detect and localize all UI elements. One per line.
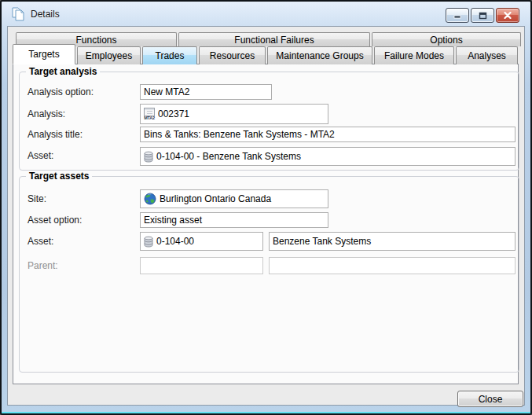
asset-option-value: Existing asset (144, 215, 202, 226)
asset-code-value: 0-104-00 (156, 236, 194, 247)
group-legend: Target analysis (26, 66, 100, 78)
parent-label: Parent: (28, 260, 58, 271)
tab-trades[interactable]: Trades (142, 46, 197, 64)
parent-code-field (140, 257, 263, 274)
analysis-value: 002371 (158, 108, 189, 119)
tab-maintenance-groups[interactable]: Maintenance Groups (267, 46, 372, 64)
analysis-field[interactable]: MTA2 002371 (140, 104, 328, 124)
analysis-title-field[interactable]: Bins & Tanks: Benzene Tank Systems - MTA… (140, 127, 515, 142)
target-assets-group: Target assets Site: Burlington Ontario C… (19, 176, 519, 373)
database-cylinder-icon (144, 236, 153, 248)
asset-code-field[interactable]: 0-104-00 (140, 232, 263, 251)
site-field[interactable]: Burlington Ontario Canada (140, 189, 328, 208)
titlebar: Details (2, 2, 530, 26)
tab-employees[interactable]: Employees (77, 46, 141, 64)
tab-resources[interactable]: Resources (199, 46, 266, 64)
analysis-option-label: Analysis option: (28, 86, 94, 97)
analysis-title-label: Analysis title: (28, 129, 83, 140)
tab-row-primary: Targets Employees Trades Resources Maint… (13, 44, 518, 64)
maximize-button[interactable] (471, 8, 494, 23)
asset-option-field[interactable]: Existing asset (140, 212, 328, 228)
analysis-option-field[interactable]: New MTA2 (140, 84, 272, 100)
mta2-analysis-icon: MTA2 (144, 108, 155, 120)
window-title: Details (31, 9, 60, 20)
analysis-option-value: New MTA2 (144, 86, 189, 97)
asset-option-label: Asset option: (28, 215, 82, 226)
tab-targets[interactable]: Targets (13, 44, 75, 64)
site-label: Site: (28, 193, 46, 204)
asset-field[interactable]: 0-104-00 - Benzene Tank Systems (140, 147, 515, 166)
minimize-button[interactable] (446, 8, 469, 23)
minimize-icon (453, 12, 461, 19)
close-dialog-button[interactable]: Close (457, 391, 523, 407)
asset-label: Asset: (28, 236, 53, 247)
database-cylinder-icon (144, 151, 153, 163)
group-legend: Target assets (26, 171, 92, 182)
parent-name-field (269, 257, 515, 274)
dialog-client-area: Functions Functional Failures Options Ta… (7, 26, 525, 406)
maximize-icon (479, 12, 487, 20)
analysis-label: Analysis: (28, 108, 65, 119)
analysis-title-value: Bins & Tanks: Benzene Tank Systems - MTA… (144, 129, 335, 140)
asset-name-field[interactable]: Benzene Tank Systems (269, 232, 515, 251)
asset-name-value: Benzene Tank Systems (273, 236, 371, 247)
details-window: Details Functions (0, 0, 532, 415)
close-button[interactable] (496, 8, 519, 23)
close-x-icon (504, 12, 512, 19)
site-value: Burlington Ontario Canada (160, 193, 271, 204)
globe-icon (144, 193, 156, 205)
target-analysis-group: Target analysis Analysis option: New MTA… (19, 72, 519, 171)
window-bottom-accent (2, 412, 530, 413)
asset-label: Asset: (28, 150, 53, 161)
tab-analyses[interactable]: Analyses (456, 46, 518, 64)
document-copy-icon (11, 7, 25, 21)
asset-value: 0-104-00 - Benzene Tank Systems (156, 151, 301, 162)
targets-tab-page: Target analysis Analysis option: New MTA… (13, 64, 519, 384)
tab-failure-modes[interactable]: Failure Modes (374, 46, 454, 64)
